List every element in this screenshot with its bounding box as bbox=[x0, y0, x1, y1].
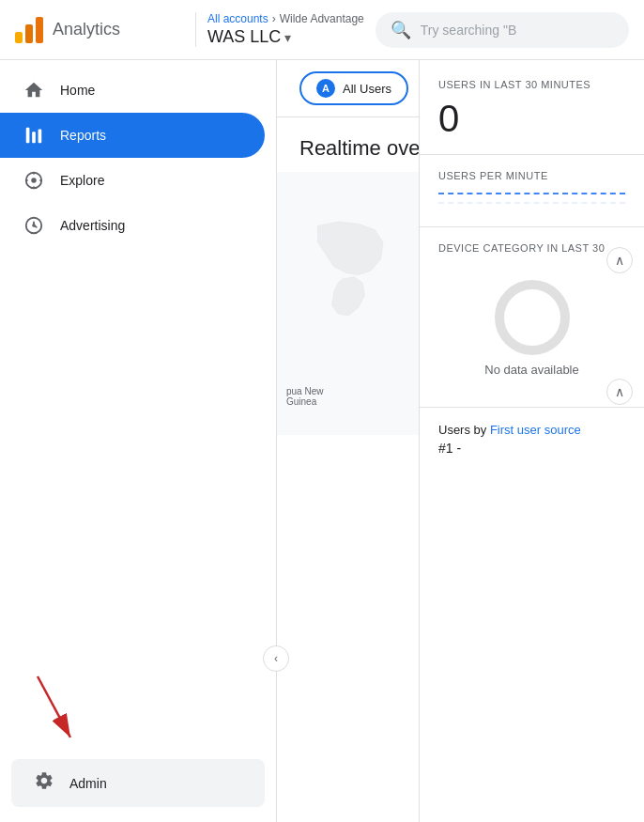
account-name: WAS LLC bbox=[207, 27, 281, 47]
users-30min-card: USERS IN LAST 30 MINUTES 0 bbox=[420, 60, 644, 155]
sidebar-item-advertising[interactable]: Advertising bbox=[0, 203, 265, 248]
right-panel: USERS IN LAST 30 MINUTES 0 USERS PER MIN… bbox=[419, 60, 644, 822]
admin-area: Admin bbox=[0, 752, 276, 814]
header: Analytics All accounts › Wilde Advantage… bbox=[0, 0, 644, 60]
logo-bar-1 bbox=[15, 32, 23, 43]
search-icon: 🔍 bbox=[391, 20, 411, 40]
sidebar-item-home-label: Home bbox=[60, 83, 95, 98]
account-selector[interactable]: WAS LLC ▾ bbox=[207, 27, 364, 47]
logo-bar-2 bbox=[25, 24, 33, 43]
upm-chart-line-2 bbox=[438, 202, 625, 204]
sidebar-item-advertising-label: Advertising bbox=[60, 218, 125, 233]
users-by-source-value: #1 - bbox=[438, 441, 625, 456]
search-placeholder-text: Try searching "B bbox=[421, 23, 516, 38]
svg-rect-1 bbox=[32, 132, 36, 143]
users-30min-label: USERS IN LAST 30 MINUTES bbox=[438, 79, 625, 90]
sidebar: Home Reports bbox=[0, 60, 277, 822]
upm-label: USERS PER MINUTE bbox=[438, 170, 625, 181]
no-data-donut: No data available bbox=[438, 265, 625, 392]
sidebar-collapse-button[interactable]: ‹ bbox=[263, 645, 289, 672]
search-bar[interactable]: 🔍 Try searching "B bbox=[376, 12, 629, 48]
collapse-button-mid[interactable]: ∧ bbox=[606, 379, 633, 405]
sidebar-item-reports[interactable]: Reports bbox=[0, 113, 265, 158]
admin-button[interactable]: Admin bbox=[11, 759, 265, 807]
users-per-minute-card: USERS PER MINUTE bbox=[420, 155, 644, 227]
user-segment-pill[interactable]: A All Users bbox=[299, 71, 408, 105]
upm-chart-line bbox=[438, 193, 625, 194]
sidebar-item-home[interactable]: Home bbox=[0, 68, 265, 113]
segment-label: All Users bbox=[343, 82, 391, 96]
reports-icon bbox=[23, 124, 45, 147]
svg-point-4 bbox=[31, 178, 37, 183]
advertising-icon bbox=[23, 214, 45, 237]
gear-icon bbox=[34, 770, 54, 796]
admin-label: Admin bbox=[69, 776, 107, 791]
svg-rect-0 bbox=[26, 128, 30, 144]
nav-items: Home Reports bbox=[0, 60, 276, 752]
content-area: A All Users + Add comparison Realtime ov… bbox=[277, 60, 644, 822]
breadcrumb-separator: › bbox=[272, 12, 276, 25]
segment-avatar: A bbox=[316, 79, 335, 98]
no-data-text: No data available bbox=[484, 363, 578, 377]
svg-rect-2 bbox=[38, 130, 42, 144]
users-30min-value: 0 bbox=[438, 98, 625, 139]
breadcrumb: All accounts › Wilde Advantage bbox=[207, 12, 364, 25]
logo-bar-3 bbox=[36, 17, 43, 43]
device-category-label: DEVICE CATEGORY IN LAST 30 bbox=[438, 242, 625, 254]
donut-chart bbox=[495, 280, 570, 355]
app-title: Analytics bbox=[53, 20, 120, 39]
users-by-source-card: Users by First user source #1 - bbox=[420, 408, 644, 471]
sidebar-item-explore[interactable]: Explore bbox=[0, 158, 265, 203]
breadcrumb-all-accounts[interactable]: All accounts bbox=[207, 12, 268, 25]
users-by-source-label: Users by First user source bbox=[438, 423, 625, 437]
chevron-down-icon: ▾ bbox=[284, 30, 291, 45]
collapse-button-top[interactable]: ∧ bbox=[606, 247, 633, 273]
main-layout: Home Reports bbox=[0, 60, 644, 822]
sidebar-item-reports-label: Reports bbox=[60, 128, 106, 143]
sidebar-item-explore-label: Explore bbox=[60, 173, 104, 188]
home-icon bbox=[23, 79, 45, 101]
explore-icon bbox=[23, 169, 45, 192]
logo-area: Analytics bbox=[15, 17, 184, 43]
analytics-logo bbox=[15, 17, 43, 43]
breadcrumb-current: Wilde Advantage bbox=[280, 12, 364, 25]
svg-point-6 bbox=[32, 224, 36, 227]
account-navigation: All accounts › Wilde Advantage WAS LLC ▾ bbox=[195, 12, 364, 47]
